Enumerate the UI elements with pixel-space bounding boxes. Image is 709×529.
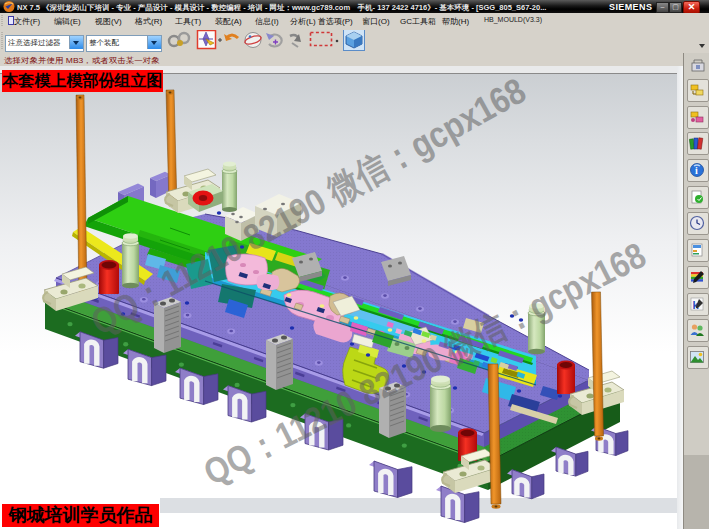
svg-text:i: i <box>695 165 698 176</box>
